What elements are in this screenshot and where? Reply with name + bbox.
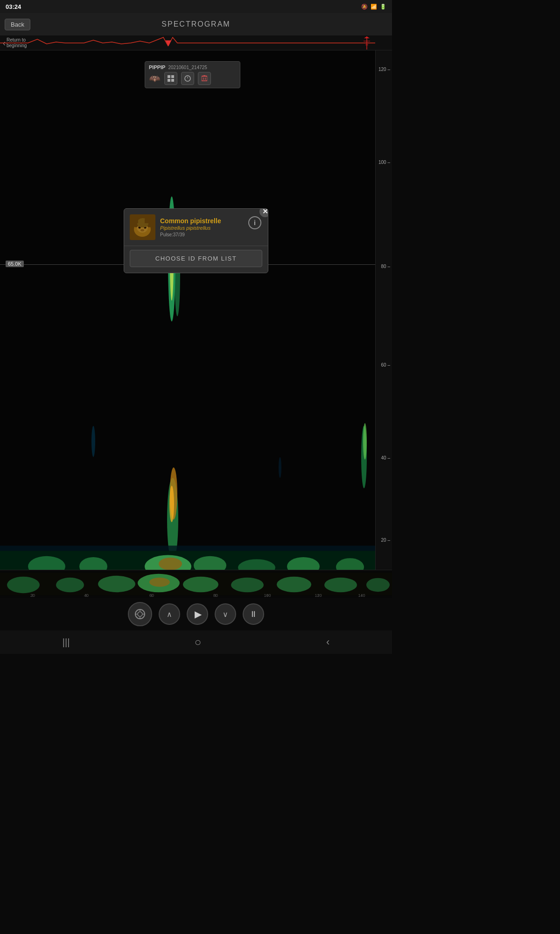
svg-rect-16: [0, 50, 375, 598]
timeline-bar: ‹ Return tobeginning ▼: [0, 35, 392, 50]
species-thumbnail: [130, 214, 155, 240]
scroll-down-button[interactable]: ∨: [215, 603, 236, 625]
svg-point-52: [149, 578, 170, 587]
nav-menu-icon[interactable]: |||: [63, 637, 70, 648]
mute-icon: 🔕: [361, 4, 368, 10]
svg-rect-6: [171, 75, 174, 78]
pause-button[interactable]: ⏸: [243, 603, 264, 625]
svg-point-57: [366, 578, 390, 592]
y-axis: 120 – 100 – 80 – 60 – 40 – 20 –: [375, 50, 392, 598]
svg-point-56: [324, 578, 357, 592]
svg-rect-7: [168, 79, 170, 82]
svg-rect-11: [202, 76, 207, 81]
page-title: SPECTROGRAM: [161, 20, 230, 28]
back-button[interactable]: Back: [5, 19, 30, 30]
annotation-code: PIPPIP: [149, 64, 165, 70]
y-label-100: 100 –: [378, 160, 390, 165]
position-arrow-icon: ▼: [163, 35, 174, 50]
id-dialog: ✕: [124, 208, 268, 273]
y-label-120: 120 –: [378, 67, 390, 72]
top-bar: Back SPECTROGRAM: [0, 13, 392, 35]
bat-silhouette-icon: 🦇: [149, 73, 161, 84]
svg-point-25: [363, 423, 367, 460]
spectrogram-display: [0, 50, 375, 598]
svg-point-27: [279, 457, 281, 478]
nav-bar: ||| ○ ‹: [0, 630, 392, 654]
species-info: Common pipistrelle Pipistrellus pipistre…: [160, 217, 244, 237]
svg-point-26: [91, 426, 95, 457]
card-view-button[interactable]: [164, 72, 177, 85]
svg-point-44: [144, 226, 147, 229]
status-icons: 🔕 📶 🔋: [361, 4, 386, 10]
choose-id-button[interactable]: CHOOSE ID FROM LIST: [130, 250, 262, 267]
spectrogram-area: ‹ Return tobeginning ▼ PIPPIP 20210601_2…: [0, 35, 392, 598]
svg-point-45: [140, 229, 144, 232]
svg-rect-5: [168, 75, 170, 78]
nav-home-icon[interactable]: ○: [195, 636, 202, 649]
nav-back-icon[interactable]: ‹: [326, 636, 329, 648]
svg-point-23: [169, 486, 174, 522]
control-bar: ∧ ▶ ∨ ⏸: [0, 598, 392, 630]
down-arrow-icon: ∨: [223, 610, 228, 619]
waveform-svg: [0, 35, 392, 50]
svg-point-49: [56, 578, 84, 592]
svg-point-33: [159, 558, 182, 570]
annotation-popup: PIPPIP 20210601_214725 🦇: [145, 61, 240, 88]
dialog-divider: [124, 246, 268, 246]
latin-name: Pipistrellus pipistrellus: [160, 225, 244, 231]
up-arrow-icon: ∧: [167, 610, 172, 619]
svg-marker-10: [187, 76, 188, 78]
play-button[interactable]: ▶: [187, 603, 208, 625]
bottom-timeline: 20 40 60 80 100 120 140: [0, 570, 392, 598]
adjust-icon: [358, 35, 375, 50]
svg-point-53: [183, 577, 218, 592]
common-name: Common pipistrelle: [160, 217, 244, 225]
rte-button[interactable]: [128, 602, 152, 626]
wifi-icon: 📶: [371, 4, 377, 10]
scroll-up-button[interactable]: ∧: [159, 603, 180, 625]
y-label-40: 40 –: [381, 455, 390, 460]
svg-point-54: [231, 578, 264, 592]
battery-icon: 🔋: [380, 4, 386, 10]
svg-point-73: [138, 612, 142, 616]
pulse-info: Pulse:37/39: [160, 232, 244, 237]
annotation-timestamp: 20210601_214725: [168, 65, 207, 70]
svg-point-55: [277, 577, 311, 592]
svg-point-48: [7, 577, 40, 593]
frequency-label: 65.0K: [6, 261, 24, 267]
play-icon: ▶: [195, 609, 202, 620]
compass-button[interactable]: [181, 72, 194, 85]
pause-icon: ⏸: [249, 609, 258, 619]
status-time: 03:24: [6, 3, 21, 10]
svg-marker-1: [364, 36, 370, 38]
svg-point-50: [98, 576, 135, 592]
y-label-20: 20 –: [381, 538, 390, 543]
bat-face-image: [130, 214, 155, 240]
species-row: Common pipistrelle Pipistrellus pipistre…: [124, 209, 268, 243]
info-button[interactable]: i: [248, 216, 261, 229]
svg-point-43: [139, 226, 141, 229]
y-label-60: 60 –: [381, 362, 390, 368]
status-bar: 03:24 🔕 📶 🔋: [0, 0, 392, 13]
svg-rect-8: [171, 79, 174, 82]
y-label-80: 80 –: [381, 264, 390, 269]
delete-button[interactable]: [198, 72, 211, 85]
